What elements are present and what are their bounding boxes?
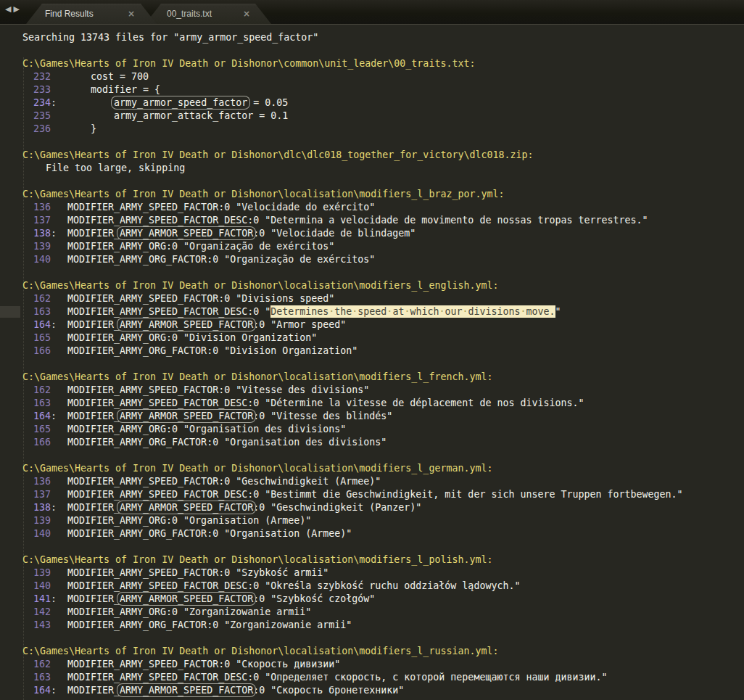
result-line[interactable]: 162MODIFIER_ARMY_SPEED_FACTOR:0 "Скорост… [0,658,744,671]
file-header[interactable]: C:\Games\Hearts of Iron IV Death or Dish… [0,645,744,658]
tab-find-results[interactable]: Find Results × [26,4,157,24]
line-number: 139 [22,567,51,580]
blank-line [0,44,744,57]
result-line[interactable]: 163MODIFIER_ARMY_SPEED_FACTOR_DESC:0 "Dé… [0,397,744,410]
result-line[interactable]: 136MODIFIER_ARMY_SPEED_FACTOR:0 "Geschwi… [0,475,744,488]
result-line[interactable]: 140MODIFIER_ARMY_SPEED_FACTOR_DESC:0 "Ok… [0,580,744,593]
result-line[interactable]: 165MODIFIER_ARMY_ORG:0 "Division Organiz… [0,332,744,345]
result-line[interactable]: 139MODIFIER_ARMY_ORG:0 "Organisation (Ar… [0,514,744,527]
result-line[interactable]: 164:MODIFIER_ARMY_ARMOR_SPEED_FACTOR:0 "… [0,684,744,697]
result-line[interactable]: 141:MODIFIER_ARMY_ARMOR_SPEED_FACTOR:0 "… [0,593,744,606]
tab-00-traits[interactable]: 00_traits.txt × [145,4,271,24]
tab-00-traits-label: 00_traits.txt [167,9,241,19]
result-line[interactable]: 142MODIFIER_ARMY_ORG:0 "Zorganizowanie a… [0,606,744,619]
match-highlight: ARMY_ARMOR_SPEED_FACTOR [117,501,255,514]
line-number: 137 [22,488,51,501]
line-number: 166 [22,345,51,358]
match-highlight: ARMY_ARMOR_SPEED_FACTOR [117,684,255,696]
result-line[interactable]: 138:MODIFIER_ARMY_ARMOR_SPEED_FACTOR:0 "… [0,501,744,514]
file-header[interactable]: C:\Games\Hearts of Iron IV Death or Dish… [0,149,744,162]
result-line[interactable]: 235 army_armor_attack_factor = 0.1 [0,110,744,123]
result-line[interactable]: 164:MODIFIER_ARMY_ARMOR_SPEED_FACTOR:0 "… [0,318,744,332]
line-number: 137 [22,214,51,227]
line-number: 162 [22,292,51,305]
search-summary[interactable]: Searching 13743 files for "army_armor_sp… [0,31,744,44]
line-number: 236 [22,123,51,136]
match-highlight: ARMY_ARMOR_SPEED_FACTOR [117,593,255,605]
result-line[interactable]: 165MODIFIER_ARMY_ORG:0 "Organisation des… [0,423,744,436]
line-number: 233 [22,83,51,96]
line-number: 232 [22,70,51,83]
editor-window: ◀▶ Find Results × 00_traits.txt × Search… [0,0,744,700]
tab-nav-back-icon[interactable]: ◀ [5,4,13,14]
file-header[interactable]: C:\Games\Hearts of Iron IV Death or Dish… [0,188,744,201]
line-number: 136 [22,475,51,488]
line-number: 139 [22,240,51,253]
selection-highlight: Determines·the·speed·at·which·our·divisi… [270,305,555,318]
result-line[interactable]: 137MODIFIER_ARMY_SPEED_FACTOR_DESC:0 "De… [0,214,744,227]
line-number: 165 [22,332,51,345]
result-line[interactable]: 136MODIFIER_ARMY_SPEED_FACTOR:0 "Velocid… [0,201,744,214]
line-number: 164 [22,318,51,332]
line-number: 143 [22,619,51,632]
line-number: 164 [22,684,51,697]
result-line[interactable]: 143MODIFIER_ARMY_ORG_FACTOR:0 "Zorganizo… [0,619,744,632]
result-line[interactable]: 166MODIFIER_ARMY_ORG_FACTOR:0 "Division … [0,345,744,358]
line-number: 139 [22,514,51,527]
tab-find-results-close-icon[interactable]: × [126,9,136,19]
blank-line [0,266,744,279]
result-line[interactable]: 234: army_armor_speed_factor = 0.05 [0,96,744,110]
line-number: 140 [22,527,51,540]
line-number: 140 [22,253,51,266]
file-header[interactable]: C:\Games\Hearts of Iron IV Death or Dish… [0,462,744,475]
match-highlight: ARMY_ARMOR_SPEED_FACTOR [117,227,255,239]
line-number: 234 [22,96,51,110]
file-header[interactable]: C:\Games\Hearts of Iron IV Death or Dish… [0,279,744,292]
result-line[interactable]: 138:MODIFIER_ARMY_ARMOR_SPEED_FACTOR:0 "… [0,227,744,240]
line-number: 164 [22,410,51,423]
line-number: 163 [22,305,51,318]
result-line[interactable]: 162MODIFIER_ARMY_SPEED_FACTOR:0 "Divisio… [0,292,744,305]
skip-line[interactable]: File too large, skipping [0,162,744,175]
file-header[interactable]: C:\Games\Hearts of Iron IV Death or Dish… [0,553,744,567]
result-line[interactable]: 162MODIFIER_ARMY_SPEED_FACTOR:0 "Vitesse… [0,384,744,397]
line-number: 138 [22,227,51,240]
file-header[interactable]: C:\Games\Hearts of Iron IV Death or Dish… [0,371,744,384]
blank-line [0,175,744,188]
line-number: 166 [22,436,51,449]
result-line[interactable]: 164:MODIFIER_ARMY_ARMOR_SPEED_FACTOR:0 "… [0,410,744,423]
line-number: 163 [22,671,51,684]
result-line[interactable]: 163MODIFIER_ARMY_SPEED_FACTOR_DESC:0 "De… [0,305,744,318]
line-number: 142 [22,606,51,619]
tab-nav: ◀▶ [5,4,22,14]
match-highlight: army_armor_speed_factor [112,96,249,109]
result-line[interactable]: 139MODIFIER_ARMY_ORG:0 "Organização de e… [0,240,744,253]
result-line[interactable]: 163MODIFIER_ARMY_SPEED_FACTOR_DESC:0 "Оп… [0,671,744,684]
result-line[interactable]: 140MODIFIER_ARMY_ORG_FACTOR:0 "Organizaç… [0,253,744,266]
blank-line [0,358,744,371]
results-content[interactable]: Searching 13743 files for "army_armor_sp… [0,25,744,700]
blank-line [0,632,744,645]
result-line[interactable]: 140MODIFIER_ARMY_ORG_FACTOR:0 "Organisat… [0,527,744,540]
line-number: 162 [22,384,51,397]
match-highlight: ARMY_ARMOR_SPEED_FACTOR [117,318,255,331]
tab-find-results-label: Find Results [45,9,126,19]
line-number: 163 [22,397,51,410]
line-number: 138 [22,501,51,514]
result-line[interactable]: 236 } [0,123,744,136]
tab-bar: ◀▶ Find Results × 00_traits.txt × [0,0,744,25]
result-line[interactable]: 166MODIFIER_ARMY_ORG_FACTOR:0 "Organisat… [0,436,744,449]
match-highlight: ARMY_ARMOR_SPEED_FACTOR [117,410,255,422]
line-number: 136 [22,201,51,214]
result-line[interactable]: 139MODIFIER_ARMY_SPEED_FACTOR:0 "Szybkoś… [0,567,744,580]
blank-line [0,136,744,149]
result-line[interactable]: 232 cost = 700 [0,70,744,83]
result-line[interactable]: 233 modifier = { [0,83,744,96]
line-number: 235 [22,110,51,123]
blank-line [0,449,744,462]
file-header[interactable]: C:\Games\Hearts of Iron IV Death or Dish… [0,57,744,70]
result-line[interactable]: 137MODIFIER_ARMY_SPEED_FACTOR_DESC:0 "Be… [0,488,744,501]
line-number: 165 [22,423,51,436]
tab-00-traits-close-icon[interactable]: × [241,9,252,19]
tab-nav-forward-icon[interactable]: ▶ [13,4,21,14]
